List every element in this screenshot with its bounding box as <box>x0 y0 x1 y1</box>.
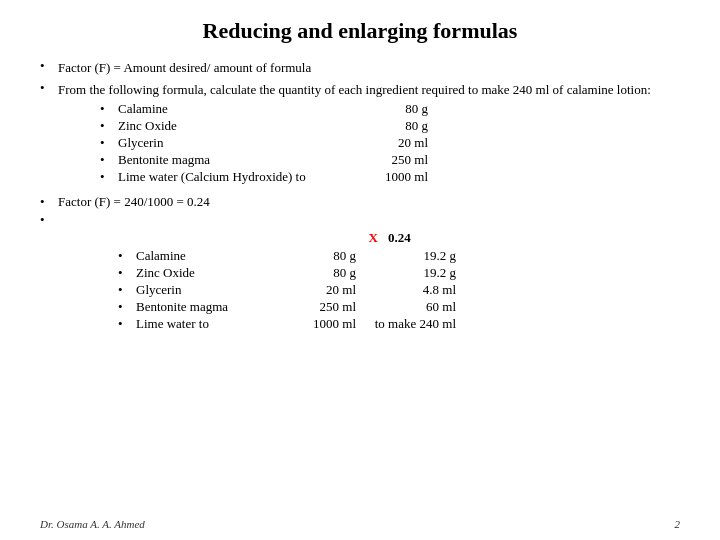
bullet-marker: • <box>118 282 136 298</box>
result-ingredient-result: 60 ml <box>366 299 456 315</box>
result-ingredient-name: Calamine <box>136 248 286 264</box>
ingredient-name: Glycerin <box>118 135 348 151</box>
factor-text: Factor (F) = 240/1000 = 0.24 <box>58 194 210 210</box>
ingredient-amount: 80 g <box>348 101 428 117</box>
bullet-marker: • <box>118 299 136 315</box>
result-ingredient-name: Bentonite magma <box>136 299 286 315</box>
x-header-row: X 0.24 <box>118 230 680 246</box>
ingredient-name: Zinc Oxide <box>118 118 348 134</box>
ingredient-name: Lime water (Calcium Hydroxide) to <box>118 169 348 185</box>
page-title: Reducing and enlarging formulas <box>40 18 680 44</box>
result-ingredient-orig: 80 g <box>286 248 366 264</box>
footer-page-number: 2 <box>675 518 681 530</box>
list-item: • Lime water (Calcium Hydroxide) to 1000… <box>100 169 680 185</box>
bullet-marker-factor: • <box>40 194 58 210</box>
ingredient-name: Calamine <box>118 101 348 117</box>
x-gap <box>378 230 388 246</box>
x-label: X <box>348 230 378 246</box>
list-item: • Glycerin 20 ml 4.8 ml <box>118 282 680 298</box>
result-ingredient-name: Lime water to <box>136 316 286 332</box>
list-item: • Calamine 80 g 19.2 g <box>118 248 680 264</box>
bullet-marker: • <box>100 152 118 168</box>
result-ingredient-orig: 1000 ml <box>286 316 366 332</box>
bullet-1: • Factor (F) = Amount desired/ amount of… <box>40 58 680 78</box>
ingredient-amount: 20 ml <box>348 135 428 151</box>
bullet-marker-2: • <box>40 80 58 96</box>
result-ingredient-orig: 80 g <box>286 265 366 281</box>
bullet-text-1: Factor (F) = Amount desired/ amount of f… <box>58 58 680 78</box>
result-ingredients: • Calamine 80 g 19.2 g • Zinc Oxide 80 g… <box>40 248 680 332</box>
ingredient-amount: 250 ml <box>348 152 428 168</box>
list-item: • Glycerin 20 ml <box>100 135 680 151</box>
result-ingredient-name: Zinc Oxide <box>136 265 286 281</box>
list-item: • Lime water to 1000 ml to make 240 ml <box>118 316 680 332</box>
empty-bullet-row: • <box>40 212 680 228</box>
bullet-marker: • <box>100 169 118 185</box>
bullet-marker-1: • <box>40 58 58 74</box>
bullet-marker: • <box>118 248 136 264</box>
ingredient-name: Bentonite magma <box>118 152 348 168</box>
list-item: • Bentonite magma 250 ml <box>100 152 680 168</box>
footer: Dr. Osama A. A. Ahmed 2 <box>40 518 680 530</box>
x-spacer <box>118 230 268 246</box>
bullet-marker: • <box>118 265 136 281</box>
result-ingredient-result: to make 240 ml <box>366 316 456 332</box>
bullet-marker: • <box>100 135 118 151</box>
result-ingredient-orig: 250 ml <box>286 299 366 315</box>
result-ingredient-result: 4.8 ml <box>366 282 456 298</box>
result-ingredient-name: Glycerin <box>136 282 286 298</box>
bullet-marker: • <box>118 316 136 332</box>
list-item: • Zinc Oxide 80 g 19.2 g <box>118 265 680 281</box>
result-ingredient-orig: 20 ml <box>286 282 366 298</box>
bullet-marker-empty: • <box>40 212 58 228</box>
ingredient-amount: 1000 ml <box>348 169 428 185</box>
ingredient-amount: 80 g <box>348 118 428 134</box>
factor-bullet-row: • Factor (F) = 240/1000 = 0.24 <box>40 194 680 210</box>
list-item: • Zinc Oxide 80 g <box>100 118 680 134</box>
page: Reducing and enlarging formulas • Factor… <box>0 0 720 540</box>
bullet-2: • From the following formula, calculate … <box>40 80 680 100</box>
original-ingredients: • Calamine 80 g • Zinc Oxide 80 g • Glyc… <box>100 101 680 186</box>
bullet-marker: • <box>100 101 118 117</box>
bullet-marker: • <box>100 118 118 134</box>
x-value: 0.24 <box>388 230 411 246</box>
footer-author: Dr. Osama A. A. Ahmed <box>40 518 145 530</box>
x-spacer2 <box>268 230 348 246</box>
list-item: • Bentonite magma 250 ml 60 ml <box>118 299 680 315</box>
bullet-text-2: From the following formula, calculate th… <box>58 80 680 100</box>
result-ingredient-result: 19.2 g <box>366 248 456 264</box>
list-item: • Calamine 80 g <box>100 101 680 117</box>
result-ingredient-result: 19.2 g <box>366 265 456 281</box>
